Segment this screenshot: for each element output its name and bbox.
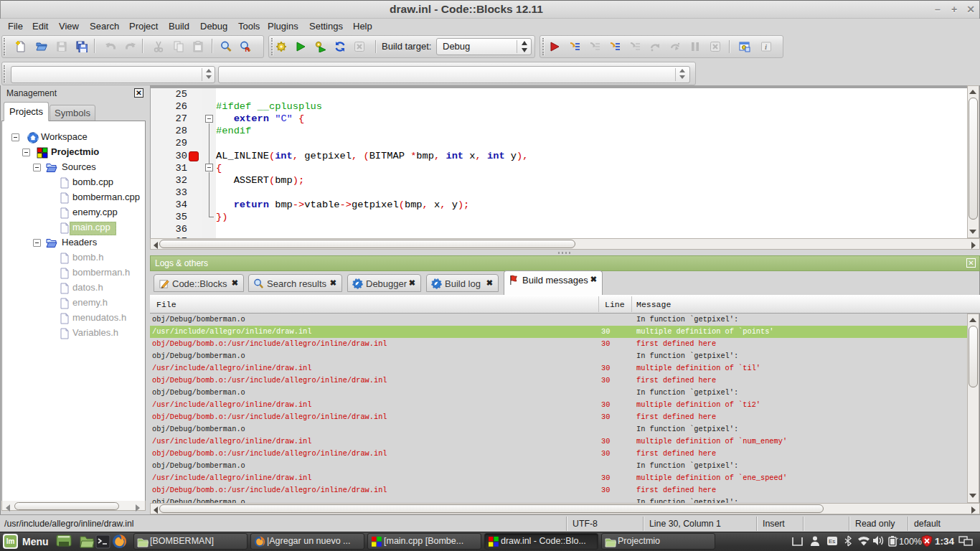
svg-text:Es: Es [829,538,835,545]
svg-text:R: R [245,46,250,52]
